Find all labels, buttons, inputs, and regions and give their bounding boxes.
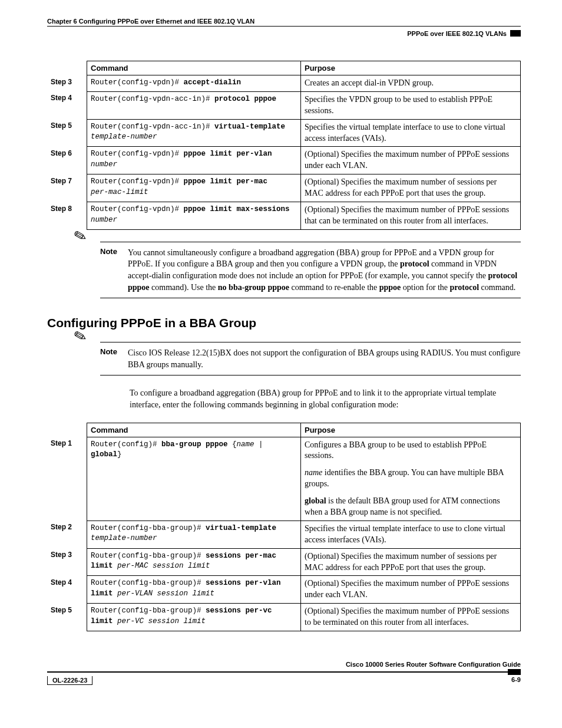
- command-table-2: Command Purpose Step 1Router(config)# bb…: [47, 423, 521, 631]
- command-cell: Router(config-bba-group)# sessions per-v…: [87, 604, 301, 631]
- step-cell: Step 5: [47, 119, 87, 147]
- command-cell: Router(config-vpdn)# pppoe limit max-ses…: [87, 202, 301, 230]
- table-row: Step 7Router(config-vpdn)# pppoe limit p…: [47, 174, 521, 202]
- table-row: Step 6Router(config-vpdn)# pppoe limit p…: [47, 147, 521, 174]
- purpose-cell: (Optional) Specifies the maximum number …: [301, 548, 521, 576]
- note-block-2: ✎ Note Cisco IOS Release 12.2(15)BX does…: [100, 342, 521, 375]
- table-row: Step 5Router(config-bba-group)# sessions…: [47, 604, 521, 631]
- footer-marker-box: [508, 669, 521, 675]
- note1-b5: protocol: [450, 283, 480, 292]
- table2-header-blank: [47, 423, 87, 437]
- note1-t3: command). Use the: [150, 283, 218, 292]
- purpose-cell: (Optional) Specifies the maximum number …: [301, 202, 521, 230]
- table-row: Step 1Router(config)# bba-group pppoe {n…: [47, 437, 521, 521]
- note1-t5: option for the: [401, 283, 449, 292]
- command-cell: Router(config-bba-group)# sessions per-m…: [87, 548, 301, 576]
- footer-doc-id: OL-2226-23: [47, 676, 92, 685]
- header-chapter: Chapter 6 Configuring PPPoE over Etherne…: [47, 18, 521, 26]
- step-cell: Step 3: [47, 548, 87, 576]
- table1-header-blank: [47, 61, 87, 75]
- footer-page-number: 6-9: [511, 676, 521, 685]
- purpose-cell: Configures a BBA group to be used to est…: [301, 437, 521, 521]
- step-cell: Step 1: [47, 437, 87, 521]
- command-cell: Router(config-bba-group)# virtual-templa…: [87, 521, 301, 548]
- purpose-cell: (Optional) Specifies the maximum number …: [301, 147, 521, 174]
- purpose-cell: (Optional) Specifies the maximum number …: [301, 576, 521, 604]
- purpose-cell: Creates an accept dial-in VPDN group.: [301, 75, 521, 92]
- intro-paragraph: To configure a broadband aggregation (BB…: [130, 387, 521, 410]
- purpose-cell: Specifies the virtual template interface…: [301, 521, 521, 548]
- table-row: Step 3Router(config-bba-group)# sessions…: [47, 548, 521, 576]
- table-row: Step 4Router(config-bba-group)# sessions…: [47, 576, 521, 604]
- header-section: PPPoE over IEEE 802.1Q VLANs: [407, 29, 507, 37]
- step-cell: Step 4: [47, 91, 87, 119]
- note-text: Cisco IOS Release 12.2(15)BX does not su…: [128, 347, 521, 370]
- table-row: Step 3Router(config-vpdn)# accept-dialin…: [47, 75, 521, 92]
- note1-t6: command.: [479, 283, 515, 292]
- table-row: Step 8Router(config-vpdn)# pppoe limit m…: [47, 202, 521, 230]
- table-row: Step 5Router(config-vpdn-acc-in)# virtua…: [47, 119, 521, 147]
- command-cell: Router(config-bba-group)# sessions per-v…: [87, 576, 301, 604]
- command-cell: Router(config-vpdn)# pppoe limit per-mac…: [87, 174, 301, 202]
- command-table-1: Command Purpose Step 3Router(config-vpdn…: [47, 61, 521, 230]
- step-cell: Step 5: [47, 604, 87, 631]
- table2-header-command: Command: [87, 423, 301, 437]
- step-cell: Step 8: [47, 202, 87, 230]
- step-cell: Step 2: [47, 521, 87, 548]
- purpose-cell: (Optional) Specifies the maximum number …: [301, 604, 521, 631]
- table-row: Step 4Router(config-vpdn-acc-in)# protoc…: [47, 91, 521, 119]
- table-row: Step 2Router(config-bba-group)# virtual-…: [47, 521, 521, 548]
- purpose-cell: Specifies the virtual template interface…: [301, 119, 521, 147]
- table2-header-purpose: Purpose: [301, 423, 521, 437]
- command-cell: Router(config-vpdn-acc-in)# protocol ppp…: [87, 91, 301, 119]
- note-label: Note: [100, 247, 121, 293]
- note-label: Note: [100, 347, 121, 370]
- note1-b3: no bba-group pppoe: [218, 283, 289, 292]
- command-cell: Router(config-vpdn-acc-in)# virtual-temp…: [87, 119, 301, 147]
- note1-t4: command to re-enable the: [289, 283, 379, 292]
- step-cell: Step 7: [47, 174, 87, 202]
- note-text: You cannot simultaneously configure a br…: [128, 247, 521, 293]
- step-cell: Step 4: [47, 576, 87, 604]
- purpose-cell: Specifies the VPDN group to be used to e…: [301, 91, 521, 119]
- table1-header-command: Command: [87, 61, 301, 75]
- section-heading-bba: Configuring PPPoE in a BBA Group: [47, 316, 521, 330]
- footer-title: Cisco 10000 Series Router Software Confi…: [47, 661, 521, 669]
- step-cell: Step 6: [47, 147, 87, 174]
- page-footer: Cisco 10000 Series Router Software Confi…: [47, 661, 521, 685]
- note1-b4: pppoe: [379, 283, 401, 292]
- command-cell: Router(config)# bba-group pppoe {name | …: [87, 437, 301, 521]
- note1-b1: protocol: [400, 259, 429, 268]
- command-cell: Router(config-vpdn)# pppoe limit per-vla…: [87, 147, 301, 174]
- header-marker-box: [510, 30, 521, 37]
- purpose-cell: (Optional) Specifies the maximum number …: [301, 174, 521, 202]
- step-cell: Step 3: [47, 75, 87, 92]
- page-header: Chapter 6 Configuring PPPoE over Etherne…: [47, 18, 521, 37]
- command-cell: Router(config-vpdn)# accept-dialin: [87, 75, 301, 92]
- table1-header-purpose: Purpose: [301, 61, 521, 75]
- note-block-1: ✎ Note You cannot simultaneously configu…: [100, 242, 521, 298]
